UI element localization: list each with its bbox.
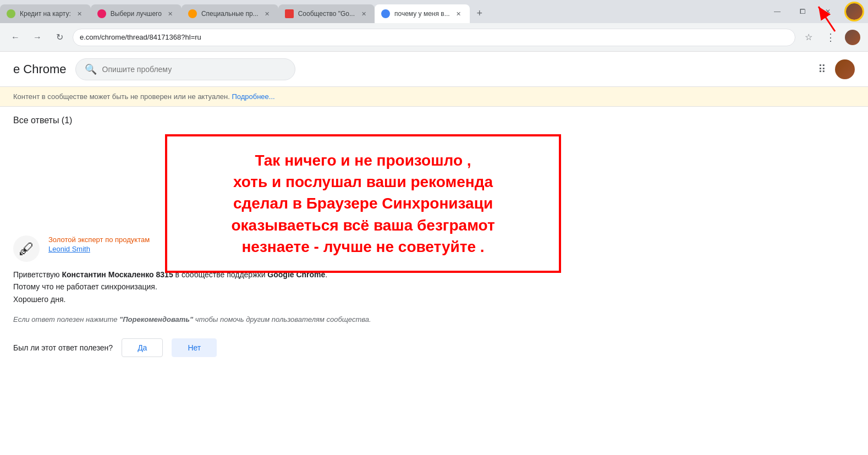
annotation-overlay: Так ничего и не произошло , хоть и послу… [165,134,561,273]
answerer-avatar: 🖋 [13,235,40,262]
hint2-text: чтобы помочь другим пользователям сообще… [193,315,371,324]
maximize-button[interactable]: ⧠ [790,0,815,23]
tab-3-label: Специальные пр... [201,10,259,18]
tab-1-label: Кредит на карту: [20,10,71,18]
answer-hint: Если ответ полезен нажмите "Порекомендов… [13,314,482,325]
answers-title: Все ответы (1) [13,116,482,125]
tab-2-label: Выбери лучшего [111,10,162,18]
address-text: e.com/chrome/thread/84171368?hl=ru [80,33,201,41]
tab-3-close[interactable]: ✕ [263,9,272,18]
tab-2-icon [97,9,106,18]
header-right: ⠿ [818,59,855,79]
tab-5[interactable]: почему у меня в... ✕ [375,4,470,23]
tab-4[interactable]: Сообщество "Go... ✕ [278,4,375,23]
tab-4-close[interactable]: ✕ [359,9,368,18]
tab-3[interactable]: Специальные пр... ✕ [182,4,278,23]
hint-bold: "Порекомендовать" [119,315,193,324]
reload-button[interactable]: ↻ [51,29,68,46]
tab-1-close[interactable]: ✕ [75,9,84,18]
tab-3-icon [188,9,197,18]
minimize-button[interactable]: — [765,0,790,23]
tab-5-label: почему у меня в... [394,10,450,18]
menu-button[interactable]: ⋮ [822,29,839,46]
warning-text: Контент в сообществе может быть не прове… [13,92,230,101]
feedback-no-button[interactable]: Нет [172,338,217,357]
profile-button[interactable] [844,29,861,46]
profile-avatar-top[interactable] [844,2,864,21]
tab-4-label: Сообщество "Go... [298,10,355,18]
window-controls: — ⧠ ✕ [765,0,868,23]
tab-2[interactable]: Выбери лучшего ✕ [91,4,182,23]
search-input[interactable] [102,65,286,74]
answer-line2: Потому что не работает синхронизация. [13,281,482,293]
feedback-yes-button[interactable]: Да [122,338,163,357]
feedback-label: Был ли этот ответ полезен? [13,343,113,352]
tab-4-icon [285,9,294,18]
header-avatar[interactable] [835,59,855,79]
bookmark-button[interactable]: ☆ [800,29,817,46]
feedback-row: Был ли этот ответ полезен? Да Нет [13,338,482,357]
hint-text: Если ответ полезен нажмите [13,315,119,324]
tab-1[interactable]: Кредит на карту: ✕ [0,4,91,23]
expert-name[interactable]: Leonid Smith [48,245,150,253]
greeting-text: Приветствую [13,270,62,279]
site-header: e Chrome 🔍 ⠿ [0,52,868,87]
tab-5-icon [381,9,390,18]
new-tab-button[interactable]: + [472,6,487,21]
apps-icon[interactable]: ⠿ [818,63,826,76]
tab-bar: Кредит на карту: ✕ Выбери лучшего ✕ Спец… [0,0,868,23]
answer-body: Приветствую Константин Москаленко 8315 в… [13,268,482,305]
site-title: e Chrome [13,62,67,76]
address-input[interactable]: e.com/chrome/thread/84171368?hl=ru [73,29,795,46]
warning-link[interactable]: Подробнее... [232,92,274,101]
page-content: e Chrome 🔍 ⠿ Контент в сообществе может … [0,52,868,455]
forward-button[interactable]: → [29,29,46,46]
warning-banner: Контент в сообществе может быть не прове… [0,87,868,107]
close-button[interactable]: ✕ [815,0,840,23]
expert-label: Золотой эксперт по продуктам [48,235,150,244]
tab-1-icon [7,9,15,18]
user-name-bold: Константин Москаленко 8315 [62,270,173,279]
main-content: Все ответы (1) Так ничего и не произошло… [0,107,495,366]
tab-5-close[interactable]: ✕ [454,9,463,18]
search-icon: 🔍 [85,63,97,75]
answer-line3: Хорошего дня. [13,293,482,305]
back-button[interactable]: ← [7,29,24,46]
address-bar: ← → ↻ e.com/chrome/thread/84171368?hl=ru… [0,23,868,52]
annotation-text: Так ничего и не произошло , хоть и послу… [178,150,548,257]
answer-meta: Золотой эксперт по продуктам Leonid Smit… [48,235,150,253]
search-box[interactable]: 🔍 [75,58,295,80]
tab-2-close[interactable]: ✕ [166,9,175,18]
